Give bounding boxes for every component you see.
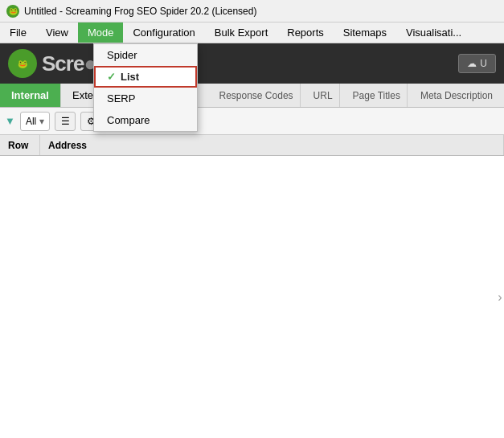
menu-bulk-export[interactable]: Bulk Export xyxy=(205,23,277,43)
header-right: ☁ U xyxy=(458,54,496,73)
serp-label: SERP xyxy=(107,92,135,104)
list-label: List xyxy=(121,71,139,83)
list-view-icon: ☰ xyxy=(61,116,70,127)
content-area xyxy=(0,156,504,438)
resize-handle[interactable]: › xyxy=(496,281,504,313)
upload-label: U xyxy=(480,58,487,69)
mode-dropdown-menu: Spider ✓ List SERP Compare xyxy=(93,43,198,132)
col-header-address: Address xyxy=(40,135,504,155)
col-tab-response-codes[interactable]: Response Codes xyxy=(213,84,301,107)
dropdown-arrow-icon: ▾ xyxy=(39,116,44,127)
menu-view[interactable]: View xyxy=(36,23,78,43)
mode-dropdown: Spider ✓ List SERP Compare xyxy=(93,43,198,132)
toolbar-row: ▼ All ▾ ☰ ⚙ ⬆ Export xyxy=(0,108,504,135)
menu-configuration[interactable]: Configuration xyxy=(123,23,204,43)
spider-label: Spider xyxy=(107,49,137,61)
menu-mode[interactable]: Mode xyxy=(78,23,124,43)
upload-button[interactable]: ☁ U xyxy=(458,54,496,73)
tabs-row: Internal Exte... Response Codes URL Page… xyxy=(0,84,504,108)
compare-label: Compare xyxy=(107,114,150,126)
tab-internal[interactable]: Internal xyxy=(0,84,61,107)
filter-dropdown[interactable]: All ▾ xyxy=(20,112,50,131)
mode-option-serp[interactable]: SERP xyxy=(94,88,197,109)
menu-reports[interactable]: Reports xyxy=(277,23,334,43)
menu-bar: File View Mode Configuration Bulk Export… xyxy=(0,23,504,43)
column-headers: Row Address xyxy=(0,135,504,156)
app-icon: 🐸 xyxy=(6,5,19,18)
mode-option-spider[interactable]: Spider xyxy=(94,44,197,66)
menu-file[interactable]: File xyxy=(0,23,36,43)
window-title: Untitled - Screaming Frog SEO Spider 20.… xyxy=(24,6,256,17)
col-header-row: Row xyxy=(0,135,40,155)
logo-icon: 🐸 xyxy=(8,49,37,78)
title-bar: 🐸 Untitled - Screaming Frog SEO Spider 2… xyxy=(0,0,504,23)
mode-option-compare[interactable]: Compare xyxy=(94,109,197,131)
list-checkmark: ✓ xyxy=(107,71,116,83)
list-view-button[interactable]: ☰ xyxy=(55,112,76,131)
menu-visualisation[interactable]: Visualisati... xyxy=(396,23,471,43)
menu-sitemaps[interactable]: Sitemaps xyxy=(334,23,396,43)
app-header: 🐸 Scre●● ☁ U xyxy=(0,43,504,84)
col-tab-meta-description[interactable]: Meta Description xyxy=(414,84,499,107)
filter-value: All xyxy=(26,116,36,127)
col-tab-url[interactable]: URL xyxy=(307,84,340,107)
col-tab-page-titles[interactable]: Page Titles xyxy=(346,84,408,107)
mode-option-list[interactable]: ✓ List xyxy=(94,66,197,88)
filter-funnel-icon: ▼ xyxy=(5,115,15,127)
